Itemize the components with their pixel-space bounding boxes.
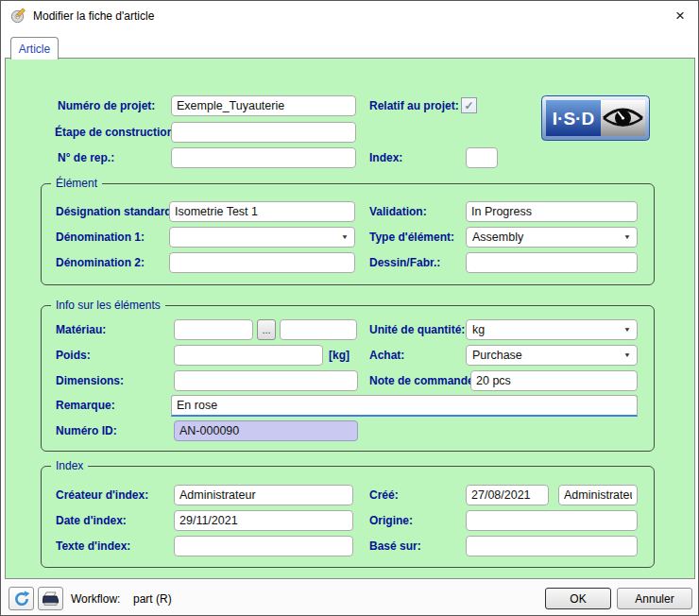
title-bar: Modifier la fiche d'article × bbox=[1, 1, 698, 31]
refresh-button[interactable] bbox=[9, 587, 34, 610]
element-info-group-legend: Info sur les éléments bbox=[51, 299, 165, 312]
remark-label: Remarque: bbox=[56, 399, 115, 412]
weight-label: Poids: bbox=[56, 349, 91, 362]
construction-stage-input[interactable] bbox=[171, 122, 356, 143]
origin-label: Origine: bbox=[369, 514, 413, 527]
drawing-fabr-input[interactable] bbox=[466, 252, 638, 273]
isd-logo: I·S·D bbox=[541, 95, 650, 141]
relative-to-project-checkbox[interactable]: ✓ bbox=[461, 97, 477, 113]
index-creator-input[interactable] bbox=[174, 485, 353, 505]
chevron-down-icon: ▼ bbox=[623, 326, 631, 333]
element-type-dropdown[interactable]: Assembly ▼ bbox=[466, 227, 638, 248]
ok-button[interactable]: OK bbox=[545, 588, 611, 609]
chevron-down-icon: ▼ bbox=[623, 351, 631, 358]
isd-logo-text: I·S·D bbox=[553, 109, 594, 128]
rep-number-input[interactable] bbox=[171, 147, 356, 168]
rep-number-label: N° de rep.: bbox=[58, 151, 114, 164]
created-date-field[interactable] bbox=[466, 485, 549, 505]
close-icon[interactable]: × bbox=[668, 5, 692, 27]
denomination2-label: Dénomination 2: bbox=[56, 256, 145, 269]
relative-to-project-label: Relatif au projet: bbox=[369, 99, 459, 112]
denomination1-dropdown[interactable]: ▼ bbox=[169, 227, 355, 248]
validation-input[interactable] bbox=[466, 201, 638, 222]
chevron-down-icon: ▼ bbox=[341, 233, 349, 240]
material-browse-button[interactable]: ... bbox=[257, 319, 276, 340]
remark-input[interactable] bbox=[171, 395, 638, 417]
check-icon: ✓ bbox=[464, 99, 473, 112]
workflow-label: Workflow: bbox=[71, 592, 120, 606]
quantity-unit-label: Unité de quantité: bbox=[369, 323, 465, 336]
created-label: Créé: bbox=[369, 488, 399, 502]
refresh-icon bbox=[13, 590, 30, 607]
dialog-title: Modifier la fiche d'article bbox=[33, 9, 154, 23]
project-number-input[interactable] bbox=[171, 95, 356, 116]
purchase-label: Achat: bbox=[369, 349, 404, 362]
drawing-fabr-label: Dessin/Fabr.: bbox=[369, 256, 440, 269]
validation-label: Validation: bbox=[369, 205, 427, 218]
index-group-legend: Index bbox=[51, 459, 88, 472]
standard-designation-input[interactable] bbox=[169, 201, 355, 222]
index-input[interactable] bbox=[466, 147, 498, 168]
id-number-field bbox=[174, 420, 358, 441]
cancel-button[interactable]: Annuler bbox=[617, 588, 692, 609]
index-text-label: Texte d'index: bbox=[56, 539, 130, 553]
workflow-value: part (R) bbox=[133, 592, 172, 606]
order-note-label: Note de commande: bbox=[369, 374, 478, 387]
chevron-down-icon: ▼ bbox=[623, 233, 631, 240]
project-number-label: Numéro de projet: bbox=[58, 99, 155, 112]
origin-input[interactable] bbox=[466, 510, 638, 531]
index-creator-label: Créateur d'index: bbox=[56, 488, 148, 502]
element-type-label: Type d'élément: bbox=[369, 231, 454, 244]
denomination1-label: Dénomination 1: bbox=[56, 231, 145, 244]
element-group-legend: Élément bbox=[51, 177, 102, 190]
weight-unit-label: [kg] bbox=[329, 349, 350, 362]
material-label: Matériau: bbox=[56, 323, 106, 336]
purchase-dropdown[interactable]: Purchase ▼ bbox=[466, 345, 638, 366]
material-input2[interactable] bbox=[280, 319, 357, 340]
based-on-input[interactable] bbox=[466, 536, 638, 556]
material-input[interactable] bbox=[174, 319, 253, 340]
print-button[interactable] bbox=[38, 587, 63, 610]
edit-gear-icon bbox=[10, 8, 26, 24]
dimensions-input[interactable] bbox=[174, 370, 358, 391]
tab-article[interactable]: Article bbox=[10, 37, 59, 60]
index-date-input[interactable] bbox=[174, 510, 353, 531]
element-type-value: Assembly bbox=[472, 231, 523, 244]
index-date-label: Date d'index: bbox=[56, 514, 127, 527]
based-on-label: Basé sur: bbox=[369, 539, 421, 553]
id-number-label: Numéro ID: bbox=[56, 424, 117, 437]
construction-stage-label: Étape de construction: bbox=[55, 126, 178, 139]
printer-icon bbox=[42, 591, 60, 607]
edit-article-dialog: Modifier la fiche d'article × Article Nu… bbox=[0, 0, 699, 616]
index-text-input[interactable] bbox=[174, 536, 353, 556]
created-by-field[interactable] bbox=[558, 485, 638, 505]
weight-input[interactable] bbox=[174, 345, 323, 366]
index-label: Index: bbox=[369, 151, 402, 164]
dimensions-label: Dimensions: bbox=[56, 374, 124, 387]
quantity-unit-value: kg bbox=[472, 323, 485, 336]
standard-designation-label: Désignation standard: bbox=[56, 205, 176, 218]
order-note-input[interactable] bbox=[470, 370, 638, 391]
quantity-unit-dropdown[interactable]: kg ▼ bbox=[466, 319, 638, 340]
denomination2-input[interactable] bbox=[169, 252, 355, 273]
purchase-value: Purchase bbox=[472, 349, 522, 362]
